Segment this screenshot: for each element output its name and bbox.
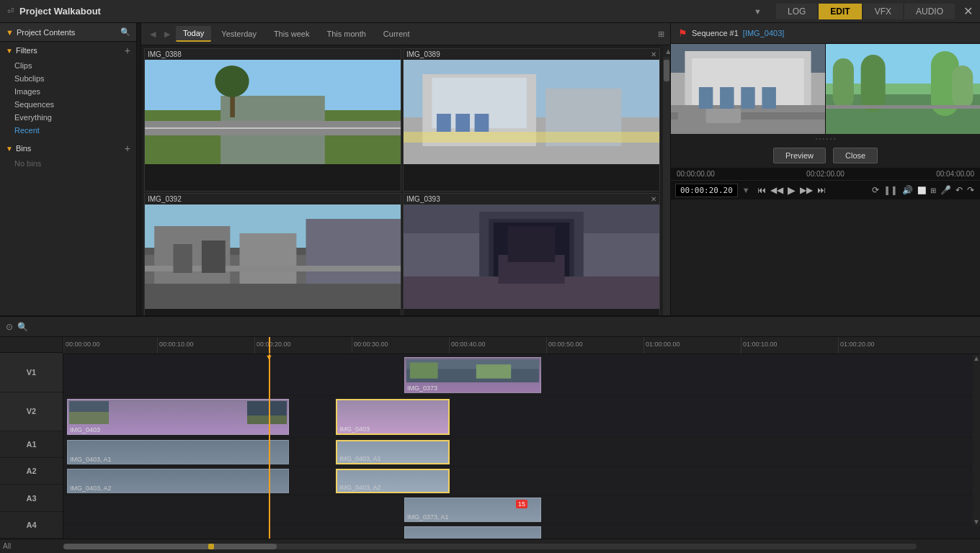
filter-item-everything[interactable]: Everything [0,111,136,124]
safe-zones-button[interactable]: ⊞ [929,185,937,196]
clip-v2-img0403-right[interactable]: IMG_0403 [336,399,450,435]
timeline-section: ⊙ 🔍 V1 V2 A1 A2 A3 A4 00:00:00.00 0 [0,315,980,553]
tl-scroll-up[interactable]: ▲ [973,354,980,362]
rew-button[interactable]: ↶ [954,184,964,197]
date-tab-today[interactable]: Today [176,26,211,42]
clip-a1-right[interactable]: IMG_0403, A1 [336,440,450,464]
tc-mid: 00:02:00.00 [806,170,845,178]
svg-rect-51 [952,66,973,109]
mark-out-button[interactable]: ▌ [891,185,899,196]
date-tab-current[interactable]: Current [376,27,417,41]
tab-edit[interactable]: EDIT [819,4,861,19]
playback-controls: 00:00:20.20 ▼ ⏮ ◀◀ ▶ ▶▶ ⏭ ⟳ ▐ ▌ 🔊 ⬜ ⊞ 🎤 … [671,180,980,199]
footer-all-label: All [3,542,11,550]
svg-rect-40 [741,87,754,109]
svg-rect-60 [247,415,287,424]
date-tab-yesterday[interactable]: Yesterday [214,27,264,41]
tc-mark-8: 01:00:20.00 [838,337,875,354]
zoom-fit-icon[interactable]: ⊙ [6,322,13,332]
zoom-icon[interactable]: 🔍 [17,322,28,332]
svg-rect-41 [762,87,775,109]
clip-a3-img0373[interactable]: IMG_0373, A1 15 [404,498,541,522]
step-forward-button[interactable]: ▶▶ [798,184,814,197]
media-item-0393[interactable]: IMG_0393 ✕ [403,193,660,336]
track-label-a4: A4 [0,512,63,539]
bins-add-icon[interactable]: + [125,143,130,154]
tc-end: 00:04:00.00 [936,170,974,178]
sequence-clip-name: [IMG_0403] [743,29,784,37]
mic-button[interactable]: 🎤 [939,184,953,197]
timecode-ruler: 00:00:00.00 00:00:10.00 00:00:20.00 00:0… [63,337,980,354]
fwd-button[interactable]: ↷ [966,184,976,197]
back-icon[interactable]: ⏎ [7,6,14,16]
media-label-0389: IMG_0389 [406,50,440,58]
svg-rect-20 [239,233,296,284]
filters-section: ▼ Filters + Clips Subclips Images Sequen… [0,42,136,137]
v2-track: IMG_0403 IMG_0403 [63,396,980,438]
media-item-0392[interactable]: IMG_0392 [144,193,401,336]
media-label-0388: IMG_0388 [148,50,182,58]
filters-add-icon[interactable]: + [125,45,130,56]
preview-button[interactable]: Preview [773,148,826,163]
loop-button[interactable]: ⟳ [870,184,881,197]
date-tab-this-week[interactable]: This week [267,27,317,41]
tc-dropdown-icon[interactable]: ▼ [742,186,750,194]
timeline-v-scrollbar[interactable]: ▲ ▼ [973,354,980,526]
filters-arrow-icon: ▼ [6,47,13,55]
clip-v2-img0403-left[interactable]: IMG_0403 [67,399,289,435]
timeline-area: V1 V2 A1 A2 A3 A4 00:00:00.00 00:00:10.0… [0,337,980,539]
tab-audio[interactable]: AUDIO [904,4,955,19]
grid-view-icon[interactable]: ⊞ [658,30,664,39]
bins-header[interactable]: ▼ Bins + [0,140,136,157]
filter-item-recent[interactable]: Recent [0,124,136,137]
go-start-button[interactable]: ⏮ [756,184,767,197]
nav-back-arrow[interactable]: ◀ [147,28,159,40]
step-back-button[interactable]: ◀◀ [769,184,785,197]
go-end-button[interactable]: ⏭ [816,184,827,197]
media-item-0389[interactable]: IMG_0389 ✕ [403,48,660,192]
browser-toolbar: ◀ ▶ Today Yesterday This week This month… [141,23,670,45]
svg-rect-12 [437,114,451,132]
filter-item-images[interactable]: Images [0,85,136,98]
title-dropdown-icon[interactable]: ▼ [754,7,762,16]
mark-in-button[interactable]: ▐ [882,185,890,196]
filters-header[interactable]: ▼ Filters + [0,42,136,59]
project-search-icon[interactable]: 🔍 [120,27,130,37]
clip-a2-right[interactable]: IMG_0403, A2 [336,469,450,493]
bins-section: ▼ Bins + No bins [0,140,136,170]
close-button[interactable]: Close [833,148,878,163]
filter-item-clips[interactable]: Clips [0,59,136,72]
clip-a2-left[interactable]: IMG_0403, A2 [67,469,289,493]
filter-item-subclips[interactable]: Subclips [0,72,136,85]
play-button[interactable]: ▶ [786,183,797,197]
tc-mark-6: 01:00:00.00 [643,337,680,354]
close-icon[interactable]: ✕ [963,4,973,18]
timeline-toolbar: ⊙ 🔍 [0,317,980,337]
scrollbar-playhead [208,544,214,549]
media-close-0389[interactable]: ✕ [651,50,656,58]
media-label-0393: IMG_0393 [406,195,440,203]
clip-a4-img0373[interactable]: IMG_0373, A2 [404,526,541,539]
media-item-0388[interactable]: IMG_0388 [144,48,401,192]
media-scrollbar[interactable]: ▲ ▼ [663,45,670,338]
audio-button[interactable]: 🔊 [901,184,914,197]
tab-log[interactable]: LOG [776,4,817,19]
track-label-v2: V2 [0,392,63,431]
media-label-0392: IMG_0392 [148,195,182,203]
timecode-display[interactable]: 00:00:20.20 [675,184,738,197]
svg-rect-32 [508,226,556,262]
media-close-0393[interactable]: ✕ [651,195,656,203]
nav-forward-arrow[interactable]: ▶ [161,28,173,40]
scroll-thumb-h[interactable] [63,544,277,549]
filter-item-sequences[interactable]: Sequences [0,98,136,111]
tab-vfx[interactable]: VFX [863,4,903,19]
svg-rect-14 [475,114,489,132]
date-tab-this-month[interactable]: This month [319,27,373,41]
svg-rect-58 [69,412,109,424]
clip-v1-img0373[interactable]: IMG_0373 [404,357,541,393]
crop-button[interactable]: ⬜ [916,185,927,196]
tl-scroll-down[interactable]: ▼ [973,518,980,526]
clip-a1-left[interactable]: IMG_0403, A1 [67,440,289,464]
scroll-up-icon[interactable]: ▲ [663,45,670,57]
svg-rect-21 [306,219,401,284]
